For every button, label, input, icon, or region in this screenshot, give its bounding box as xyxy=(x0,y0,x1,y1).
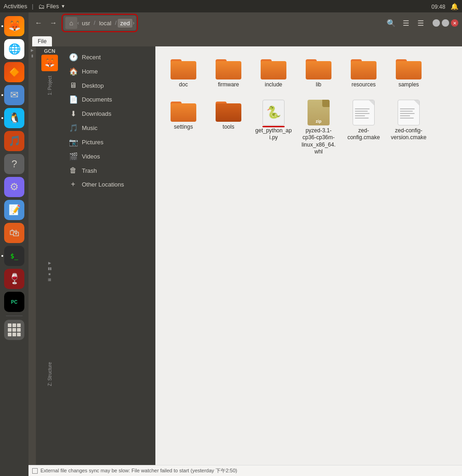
sidebar-label-documents: Documents xyxy=(82,96,112,103)
shop-icon: 🛍 xyxy=(9,227,19,239)
back-button[interactable]: ← xyxy=(32,17,45,29)
search-button[interactable]: 🔍 xyxy=(385,17,398,29)
status-message: External file changes sync may be slow: … xyxy=(40,467,237,474)
minimize-button[interactable] xyxy=(433,19,440,27)
file-item-lib[interactable]: lib xyxy=(298,54,339,92)
panel-expand-icon[interactable]: ▶ xyxy=(31,48,34,52)
gcn-icon: 🦊 xyxy=(41,55,58,71)
dock-item-shop[interactable]: 🛍 xyxy=(4,223,24,243)
terminal-icon: $_ xyxy=(11,252,18,260)
side-panel-strip: ▶ ▮ xyxy=(29,46,36,465)
file-name-tools: tools xyxy=(222,124,234,131)
text-file-icon-cmake2 xyxy=(398,100,420,125)
dock-item-sound[interactable]: 🎵 xyxy=(4,131,24,151)
content-area: ▶ ▮ GCN 🦊 1: Project ▶ ▮▮ ■ ▦ Z: Str xyxy=(29,46,462,465)
text-file-icon-cmake1 xyxy=(353,100,375,125)
file-item-tools[interactable]: tools xyxy=(208,96,249,159)
file-name-samples: samples xyxy=(399,81,419,89)
dock-item-terminal[interactable]: $_ xyxy=(4,246,24,266)
sidebar-item-trash[interactable]: 🗑 Trash xyxy=(63,164,155,177)
file-item-cmake2[interactable]: zed-config-version.cmake xyxy=(388,96,429,159)
error-underline xyxy=(262,126,285,127)
dock-item-ubuntu[interactable]: 🔶 xyxy=(4,62,24,82)
breadcrumb-sep-2: / xyxy=(115,20,116,26)
file-item-python[interactable]: 🐍 get_python_api.py xyxy=(253,96,294,159)
status-checkbox[interactable] xyxy=(32,468,38,474)
trash-icon: 🗑 xyxy=(69,166,77,175)
pause-icon: ▮▮ xyxy=(48,266,51,271)
dock-item-help[interactable]: ? xyxy=(4,154,24,174)
file-item-firmware[interactable]: firmware xyxy=(208,54,249,92)
breadcrumb-local[interactable]: local xyxy=(96,19,114,28)
close-button[interactable]: ✕ xyxy=(451,19,458,27)
activities-label[interactable]: Activities xyxy=(4,3,27,10)
file-name-python: get_python_api.py xyxy=(255,127,292,142)
search-icon: 🔍 xyxy=(387,19,396,28)
sidebar-item-downloads[interactable]: ⬇ Downloads xyxy=(63,107,155,121)
file-name-settings: settings xyxy=(174,124,193,131)
breadcrumb: ⌂ ‹ usr / local / zed › xyxy=(63,16,136,30)
file-item-cmake1[interactable]: zed-config.cmake xyxy=(343,96,384,159)
sidebar-label-pictures: Pictures xyxy=(82,139,103,146)
close-icon: ✕ xyxy=(453,21,456,26)
sidebar-label-other-locations: Other Locations xyxy=(82,181,124,188)
dock-apps-grid[interactable] xyxy=(4,320,24,340)
window-controls: ✕ xyxy=(433,19,458,27)
file-item-settings[interactable]: settings xyxy=(163,96,204,159)
dock-item-email[interactable]: ✉ xyxy=(4,85,24,105)
play-icon[interactable]: ▶ xyxy=(48,261,51,265)
wine-icon: 🍷 xyxy=(8,273,21,285)
file-tab-bar: File xyxy=(29,34,462,46)
forward-button[interactable]: → xyxy=(47,17,60,29)
z-structure-label: Z: Structure xyxy=(47,362,52,386)
sidebar-label-downloads: Downloads xyxy=(82,110,111,117)
file-item-include[interactable]: include xyxy=(253,54,294,92)
pycharm-icon: PC xyxy=(11,300,17,305)
dock-item-qq[interactable]: 🐧 xyxy=(4,108,24,128)
grid-icon-sm: ▦ xyxy=(48,278,51,282)
sidebar-label-trash: Trash xyxy=(82,167,97,174)
breadcrumb-home-button[interactable]: ⌂ xyxy=(65,17,77,29)
desktop-icon: 🖥 xyxy=(69,81,77,90)
dock-item-pycharm[interactable]: PC xyxy=(4,292,24,312)
sidebar-item-home[interactable]: 🏠 Home xyxy=(63,64,155,79)
file-item-doc[interactable]: doc xyxy=(163,54,204,92)
sound-icon: 🎵 xyxy=(8,135,21,147)
sidebar-item-recent[interactable]: 🕐 Recent xyxy=(63,50,155,64)
status-bar: External file changes sync may be slow: … xyxy=(29,465,462,476)
ubuntu-icon: 🔶 xyxy=(9,67,19,77)
dock-item-chrome[interactable]: 🌐 xyxy=(4,39,24,59)
stop-icon-sm: ■ xyxy=(49,272,51,276)
menu-button[interactable]: ☰ xyxy=(414,17,427,29)
sidebar-item-other-locations[interactable]: + Other Locations xyxy=(63,177,155,191)
documents-icon: 📄 xyxy=(69,95,77,104)
breadcrumb-sep-1: / xyxy=(94,20,95,26)
top-bar: Activities | 🗂 Files ▼ 09:48 🔔 xyxy=(0,0,462,12)
sidebar-item-desktop[interactable]: 🖥 Desktop xyxy=(63,79,155,92)
sidebar-item-documents[interactable]: 📄 Documents xyxy=(63,92,155,107)
sidebar: 🕐 Recent 🏠 Home 🖥 Desktop 📄 Documents ⬇ … xyxy=(63,46,155,465)
notification-icon[interactable]: 🔔 xyxy=(451,3,458,10)
email-icon: ✉ xyxy=(10,89,18,101)
folder-icon-samples xyxy=(396,57,422,79)
dock-item-misc[interactable]: ⚙ xyxy=(4,177,24,197)
videos-icon: 🎬 xyxy=(69,152,77,161)
file-item-zip[interactable]: zip pyzed-3.1-cp36-cp36m-linux_x86_64.wh… xyxy=(298,96,339,159)
file-name-firmware: firmware xyxy=(218,81,239,89)
file-item-resources[interactable]: resources xyxy=(343,54,384,92)
dock-item-firefox[interactable]: 🦊 xyxy=(4,16,24,36)
file-name-include: include xyxy=(265,81,282,89)
file-tab[interactable]: File xyxy=(32,36,52,46)
sidebar-item-pictures[interactable]: 📷 Pictures xyxy=(63,135,155,149)
breadcrumb-zed[interactable]: zed xyxy=(118,19,133,28)
view-toggle-button[interactable]: ☰ xyxy=(399,17,412,29)
breadcrumb-parts: usr / local / zed xyxy=(79,19,132,28)
sidebar-item-videos[interactable]: 🎬 Videos xyxy=(63,149,155,164)
dock-item-texteditor[interactable]: 📝 xyxy=(4,200,24,220)
music-icon: 🎵 xyxy=(69,124,77,132)
breadcrumb-usr[interactable]: usr xyxy=(79,19,93,28)
maximize-button[interactable] xyxy=(442,19,449,27)
dock-item-wine[interactable]: 🍷 xyxy=(4,269,24,289)
sidebar-item-music[interactable]: 🎵 Music xyxy=(63,121,155,135)
file-item-samples[interactable]: samples xyxy=(388,54,429,92)
